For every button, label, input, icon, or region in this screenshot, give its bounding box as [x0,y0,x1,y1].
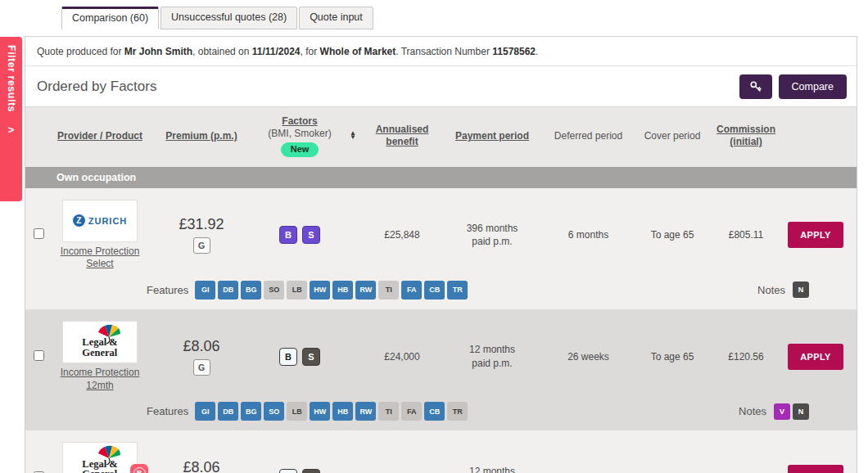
key-button[interactable] [739,74,772,99]
ordered-by-title: Ordered by Factors [37,79,156,95]
feature-badge[interactable]: LB [287,402,307,421]
provider-logo-legal-general: Legal & General [62,321,138,363]
feature-badge[interactable]: HW [310,281,330,300]
tab-comparison[interactable]: Comparison (60) [61,7,159,29]
product-link[interactable]: Income Protection 12mth [55,367,145,392]
feature-badge[interactable]: BG [241,281,261,300]
annualised-benefit-value: £25,848 [361,229,443,241]
rental-badge: R [130,464,148,473]
table-header: Provider / Product Premium (p.m.) Factor… [25,106,857,167]
header-commission[interactable]: Commission (initial) [709,124,783,148]
client-name: Mr John Smith [124,46,192,57]
feature-badge[interactable]: SO [264,281,284,300]
market-type: Whole of Market [320,46,396,57]
tab-bar: Comparison (60) Unsuccessful quotes (28)… [61,7,373,29]
select-quote-checkbox[interactable] [34,228,44,239]
feature-badge[interactable]: FA [401,402,422,421]
factor-badge-smoker[interactable]: S [302,348,320,366]
feature-badge[interactable]: CB [424,281,445,300]
sort-toggle[interactable]: ▲ ▼ [345,132,361,140]
select-quote-checkbox[interactable] [34,350,44,361]
feature-badge[interactable]: FA [401,281,422,300]
header-annualised-benefit[interactable]: Annualised benefit [361,124,443,148]
comparison-panel: Quote produced for Mr John Smith, obtain… [25,36,857,473]
feature-badge[interactable]: GI [195,281,215,300]
payment-period-value: 12 months paid p.m. [443,343,541,369]
deferred-period-value: 6 months [541,229,635,241]
quote-date: 11/11/2024 [252,46,301,57]
umbrella-icon [93,445,125,466]
quote-summary: Quote produced for Mr John Smith, obtain… [25,37,857,66]
chevron-right-icon: > [8,124,15,136]
header-deferred-period: Deferred period [541,130,635,142]
feature-badge[interactable]: DB [218,281,238,300]
filter-results-tab[interactable]: Filter results > [0,37,22,201]
commission-value: £805.11 [709,229,783,241]
deferred-period-value: 26 weeks [541,351,635,363]
tab-unsuccessful-quotes[interactable]: Unsuccessful quotes (28) [160,7,297,29]
commission-value: £120.56 [709,351,783,363]
notes-label: Notes [757,284,785,296]
tab-quote-input[interactable]: Quote input [299,7,373,29]
guaranteed-badge: G [193,359,210,376]
quote-row: Z ZURICH Income Protection Select £31.92… [25,188,857,309]
zurich-logo-icon: Z [73,214,85,227]
feature-badge[interactable]: TI [378,281,399,300]
features-label: Features [147,405,188,417]
feature-badge[interactable]: TR [447,402,468,421]
notes-label: Notes [739,405,766,417]
provider-logo-zurich: Z ZURICH [62,200,138,242]
feature-badge[interactable]: HB [332,402,353,421]
factor-badge-bmi[interactable]: B [279,226,297,244]
header-factors: Factors (BMI, Smoker) New [255,115,345,157]
apply-button[interactable]: APPLY [788,465,843,473]
feature-badge[interactable]: TI [378,402,399,421]
product-link[interactable]: Income Protection Select [55,246,145,271]
results-toolbar: Ordered by Factors Compare [25,66,857,106]
note-badge-n[interactable]: N [793,282,809,298]
header-cover-period: Cover period [635,130,709,142]
apply-button[interactable]: APPLY [788,344,843,370]
header-premium[interactable]: Premium (p.m.) [148,130,255,142]
feature-badge[interactable]: GI [195,402,215,421]
quote-row: Legal & General Income Protection 12mth … [25,309,857,430]
guaranteed-badge: G [193,237,210,254]
factor-badge-bmi[interactable]: B [279,348,297,366]
new-badge: New [281,142,319,157]
note-badge-v[interactable]: V [774,403,790,420]
annualised-benefit-value: £24,000 [361,351,443,363]
header-factors-sub: (BMI, Smoker) [255,128,345,140]
quote-row: Legal & General R Rental Income Protecti… [25,430,857,473]
feature-badge[interactable]: LB [287,281,307,300]
group-row-own-occupation: Own occupation [25,167,857,188]
feature-badge[interactable]: BG [241,402,261,421]
cover-period-value: To age 65 [635,351,709,363]
payment-period-value: 12 months paid p.m. [443,465,541,473]
factor-badge-smoker[interactable]: S [302,226,320,244]
feature-badge[interactable]: DB [218,402,238,421]
quote-summary-text: Quote produced for [37,46,124,57]
features-label: Features [147,284,188,296]
feature-badge[interactable]: RW [355,281,376,300]
payment-period-value: 396 months paid p.m. [443,222,541,248]
key-icon [748,79,763,94]
feature-badge[interactable]: CB [424,402,445,421]
feature-badge[interactable]: HB [332,281,353,300]
note-badge-n[interactable]: N [793,403,809,420]
premium-value: £8.06 [148,338,255,355]
feature-badge[interactable]: RW [355,402,376,421]
umbrella-icon [93,324,125,345]
feature-badge[interactable]: SO [264,402,284,421]
header-payment-period[interactable]: Payment period [443,130,541,142]
compare-button[interactable]: Compare [779,74,847,99]
transaction-number: 11578562 [492,46,536,57]
header-provider-product[interactable]: Provider / Product [52,130,148,142]
header-factors-link[interactable]: Factors [255,115,345,128]
factor-badge-bmi[interactable]: B [279,469,297,473]
filter-results-label: Filter results [6,45,17,112]
feature-badge[interactable]: HW [310,402,330,421]
feature-badge[interactable]: TR [447,281,468,300]
factor-badge-smoker[interactable]: S [302,469,320,473]
provider-logo-legal-general: Legal & General R [62,442,138,473]
apply-button[interactable]: APPLY [788,222,843,248]
